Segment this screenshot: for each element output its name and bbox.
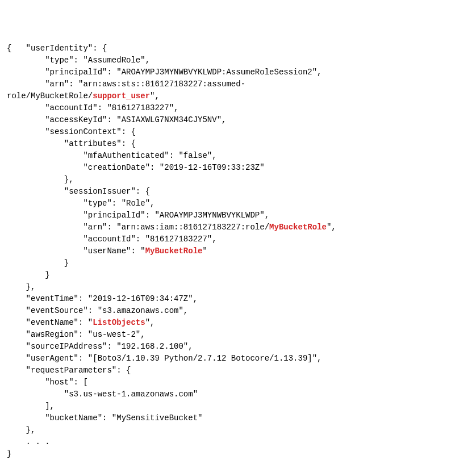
code-text: . . .	[7, 437, 50, 446]
code-text: "creationDate": "2019-12-16T09:33:23Z"	[7, 163, 265, 172]
code-text: "accountId": "816127183227",	[7, 103, 178, 112]
code-line: . . .	[7, 436, 469, 448]
code-line: }	[7, 269, 469, 281]
code-text: },	[7, 425, 35, 434]
code-line: "host": [	[7, 377, 469, 388]
code-line: "type": "Role",	[7, 198, 469, 210]
code-text: "principalId": "AROAYMPJ3MYNWBVYKLWDP:As…	[7, 68, 322, 77]
code-line: "attributes": {	[7, 138, 469, 150]
code-text: "arn": "arn:aws:sts::816127183227:assume…	[7, 80, 245, 89]
code-text: ",	[150, 91, 160, 101]
code-text: "mfaAuthenticated": "false",	[7, 151, 217, 160]
code-text: "sessionContext": {	[7, 127, 136, 136]
code-text: "principalId": "AROAYMPJ3MYNWBVYKLWDP",	[7, 211, 269, 220]
code-text: "attributes": {	[7, 139, 136, 148]
code-text: "userName": "	[7, 246, 145, 256]
code-line: "arn": "arn:aws:iam::816127183227:role/M…	[7, 221, 469, 233]
code-line: "userName": "MyBucketRole"	[7, 245, 469, 257]
code-text: "type": "AssumedRole",	[7, 56, 150, 65]
code-line: role/MyBucketRole/support_user",	[7, 90, 469, 102]
code-text: "requestParameters": {	[7, 366, 131, 375]
code-text: "s3.us-west-1.amazonaws.com"	[7, 390, 198, 399]
code-text: "sessionIssuer": {	[7, 187, 150, 196]
code-line: { "userIdentity": {	[7, 43, 469, 55]
code-line: "eventName": "ListObjects",	[7, 317, 469, 329]
code-text: "bucketName": "MySensitiveBucket"	[7, 413, 202, 423]
code-line: "s3.us-west-1.amazonaws.com"	[7, 388, 469, 400]
code-line: "accountId": "816127183227",	[7, 233, 469, 245]
code-line: },	[7, 424, 469, 436]
code-line: }	[7, 448, 469, 460]
code-text: ",	[145, 318, 155, 327]
code-line: "sessionContext": {	[7, 126, 469, 138]
code-line: "principalId": "AROAYMPJ3MYNWBVYKLWDP:As…	[7, 66, 469, 78]
code-text: "awsRegion": "us-west-2",	[7, 330, 145, 339]
code-text: },	[7, 175, 74, 184]
code-line: "principalId": "AROAYMPJ3MYNWBVYKLWDP",	[7, 210, 469, 221]
code-text: role/MyBucketRole/	[7, 91, 93, 101]
code-text: "accessKeyId": "ASIAXWLG7NXM34CJY5NV",	[7, 115, 226, 124]
code-line: "eventTime": "2019-12-16T09:34:47Z",	[7, 293, 469, 305]
code-text: "eventSource": "s3.amazonaws.com",	[7, 306, 188, 315]
code-text: }	[7, 449, 11, 458]
highlight: MyBucketRole	[269, 223, 327, 232]
code-text: "arn": "arn:aws:iam::816127183227:role/	[7, 223, 269, 232]
code-text: "accountId": "816127183227",	[7, 235, 217, 244]
code-text: }	[7, 258, 69, 267]
code-line: "accountId": "816127183227",	[7, 102, 469, 114]
code-line: "type": "AssumedRole",	[7, 55, 469, 66]
code-text: "userAgent": "[Boto3/1.10.39 Python/2.7.…	[7, 354, 322, 363]
code-text: ",	[327, 223, 336, 232]
code-line: },	[7, 281, 469, 293]
code-line: },	[7, 174, 469, 186]
code-text: },	[7, 282, 35, 291]
code-line: "arn": "arn:aws:sts::816127183227:assume…	[7, 78, 469, 90]
code-line: ],	[7, 400, 469, 412]
highlight: MyBucketRole	[145, 246, 203, 256]
code-line: "mfaAuthenticated": "false",	[7, 150, 469, 162]
code-line: "accessKeyId": "ASIAXWLG7NXM34CJY5NV",	[7, 114, 469, 126]
code-text: "	[202, 246, 207, 256]
code-text: ],	[7, 402, 55, 411]
code-text: { "userIdentity": {	[7, 44, 107, 53]
code-text: }	[7, 270, 50, 279]
code-line: "userAgent": "[Boto3/1.10.39 Python/2.7.…	[7, 353, 469, 365]
code-line: "creationDate": "2019-12-16T09:33:23Z"	[7, 162, 469, 174]
code-text: "host": [	[7, 378, 88, 387]
code-line: "sourceIPAddress": "192.168.2.100",	[7, 341, 469, 353]
highlight: ListObjects	[93, 318, 145, 327]
code-line: "eventSource": "s3.amazonaws.com",	[7, 305, 469, 317]
code-text: "eventName": "	[7, 318, 93, 327]
code-line: "requestParameters": {	[7, 365, 469, 377]
code-text: "eventTime": "2019-12-16T09:34:47Z",	[7, 294, 198, 303]
code-block: { "userIdentity": { "type": "AssumedRole…	[7, 43, 469, 460]
code-line: }	[7, 257, 469, 269]
code-line: "awsRegion": "us-west-2",	[7, 329, 469, 341]
code-line: "sessionIssuer": {	[7, 186, 469, 198]
code-line: "bucketName": "MySensitiveBucket"	[7, 412, 469, 424]
code-text: "type": "Role",	[7, 199, 155, 208]
code-text: "sourceIPAddress": "192.168.2.100",	[7, 342, 193, 351]
highlight: support_user	[93, 91, 150, 101]
